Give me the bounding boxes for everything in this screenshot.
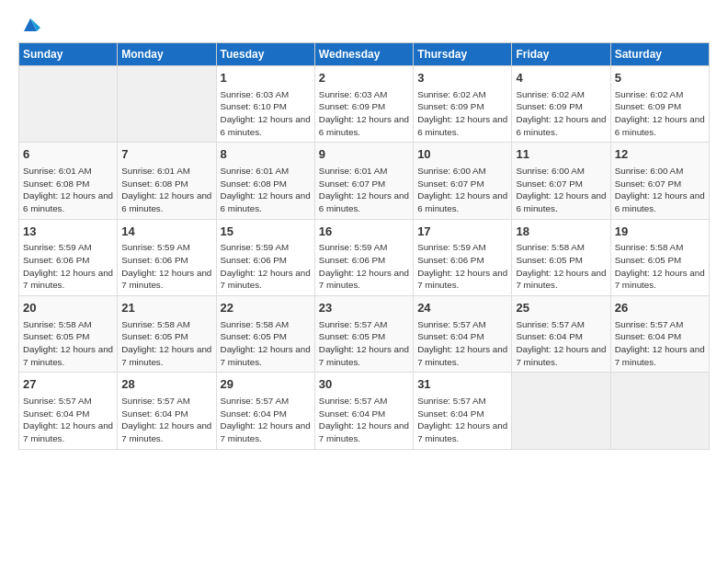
day-info: Sunrise: 5:57 AM Sunset: 6:05 PM Dayligh… [319, 318, 409, 369]
day-info: Sunrise: 5:57 AM Sunset: 6:04 PM Dayligh… [417, 318, 507, 369]
calendar-cell: 29Sunrise: 5:57 AM Sunset: 6:04 PM Dayli… [216, 373, 314, 449]
day-info: Sunrise: 5:58 AM Sunset: 6:05 PM Dayligh… [121, 318, 211, 369]
day-number: 10 [417, 146, 507, 163]
weekday-header-monday: Monday [118, 43, 216, 66]
day-number: 4 [516, 70, 606, 86]
weekday-header-friday: Friday [512, 43, 610, 66]
day-number: 22 [221, 300, 311, 316]
day-number: 3 [417, 70, 507, 86]
day-number: 16 [319, 224, 409, 240]
calendar-cell: 11Sunrise: 6:00 AM Sunset: 6:07 PM Dayli… [512, 143, 610, 219]
calendar-cell: 7Sunrise: 6:01 AM Sunset: 6:08 PM Daylig… [118, 143, 216, 219]
weekday-header-row: SundayMondayTuesdayWednesdayThursdayFrid… [19, 43, 710, 66]
calendar-cell: 17Sunrise: 5:59 AM Sunset: 6:06 PM Dayli… [414, 219, 512, 295]
day-info: Sunrise: 5:58 AM Sunset: 6:05 PM Dayligh… [221, 318, 311, 369]
day-number: 11 [516, 146, 606, 163]
calendar-cell: 20Sunrise: 5:58 AM Sunset: 6:05 PM Dayli… [19, 296, 118, 373]
day-info: Sunrise: 5:58 AM Sunset: 6:05 PM Dayligh… [516, 241, 606, 292]
calendar-cell: 8Sunrise: 6:01 AM Sunset: 6:08 PM Daylig… [216, 143, 314, 219]
weekday-header-saturday: Saturday [610, 43, 709, 66]
day-info: Sunrise: 6:03 AM Sunset: 6:10 PM Dayligh… [221, 88, 311, 139]
day-number: 19 [615, 224, 705, 240]
day-number: 20 [23, 300, 113, 316]
day-info: Sunrise: 5:57 AM Sunset: 6:04 PM Dayligh… [121, 395, 211, 445]
week-row-4: 20Sunrise: 5:58 AM Sunset: 6:05 PM Dayli… [19, 296, 710, 373]
calendar-cell: 21Sunrise: 5:58 AM Sunset: 6:05 PM Dayli… [118, 296, 216, 373]
day-number: 30 [319, 376, 409, 393]
day-number: 6 [23, 146, 113, 163]
day-number: 14 [121, 224, 211, 240]
day-info: Sunrise: 6:02 AM Sunset: 6:09 PM Dayligh… [417, 88, 507, 139]
calendar-cell: 4Sunrise: 6:02 AM Sunset: 6:09 PM Daylig… [512, 66, 610, 143]
calendar-cell: 18Sunrise: 5:58 AM Sunset: 6:05 PM Dayli… [512, 219, 610, 295]
day-info: Sunrise: 5:57 AM Sunset: 6:04 PM Dayligh… [319, 395, 409, 445]
calendar-cell: 6Sunrise: 6:01 AM Sunset: 6:08 PM Daylig… [19, 143, 118, 219]
calendar-cell: 15Sunrise: 5:59 AM Sunset: 6:06 PM Dayli… [216, 219, 314, 295]
day-info: Sunrise: 5:57 AM Sunset: 6:04 PM Dayligh… [516, 318, 606, 369]
day-number: 2 [319, 70, 409, 86]
day-info: Sunrise: 5:59 AM Sunset: 6:06 PM Dayligh… [221, 241, 311, 292]
calendar-cell: 10Sunrise: 6:00 AM Sunset: 6:07 PM Dayli… [414, 143, 512, 219]
day-number: 27 [23, 376, 113, 393]
day-number: 1 [221, 70, 311, 86]
calendar-cell: 26Sunrise: 5:57 AM Sunset: 6:04 PM Dayli… [610, 296, 709, 373]
calendar-cell: 24Sunrise: 5:57 AM Sunset: 6:04 PM Dayli… [414, 296, 512, 373]
calendar-cell: 3Sunrise: 6:02 AM Sunset: 6:09 PM Daylig… [414, 66, 512, 143]
day-info: Sunrise: 6:01 AM Sunset: 6:07 PM Dayligh… [319, 165, 409, 215]
calendar-cell [19, 66, 118, 143]
weekday-header-tuesday: Tuesday [216, 43, 314, 66]
day-number: 7 [121, 146, 211, 163]
day-info: Sunrise: 6:01 AM Sunset: 6:08 PM Dayligh… [23, 165, 113, 215]
day-info: Sunrise: 5:57 AM Sunset: 6:04 PM Dayligh… [615, 318, 705, 369]
day-number: 29 [221, 376, 311, 393]
day-info: Sunrise: 5:58 AM Sunset: 6:05 PM Dayligh… [615, 241, 705, 292]
calendar-cell: 14Sunrise: 5:59 AM Sunset: 6:06 PM Dayli… [118, 219, 216, 295]
calendar-cell: 22Sunrise: 5:58 AM Sunset: 6:05 PM Dayli… [216, 296, 314, 373]
weekday-header-wednesday: Wednesday [314, 43, 413, 66]
day-number: 8 [221, 146, 311, 163]
day-info: Sunrise: 6:01 AM Sunset: 6:08 PM Dayligh… [221, 165, 311, 215]
calendar-cell: 2Sunrise: 6:03 AM Sunset: 6:09 PM Daylig… [314, 66, 413, 143]
calendar-cell: 25Sunrise: 5:57 AM Sunset: 6:04 PM Dayli… [512, 296, 610, 373]
day-number: 21 [121, 300, 211, 316]
calendar-cell [118, 66, 216, 143]
calendar-cell: 12Sunrise: 6:00 AM Sunset: 6:07 PM Dayli… [610, 143, 709, 219]
day-info: Sunrise: 6:00 AM Sunset: 6:07 PM Dayligh… [615, 165, 705, 215]
calendar-cell: 28Sunrise: 5:57 AM Sunset: 6:04 PM Dayli… [118, 373, 216, 449]
day-info: Sunrise: 5:57 AM Sunset: 6:04 PM Dayligh… [23, 395, 113, 445]
week-row-3: 13Sunrise: 5:59 AM Sunset: 6:06 PM Dayli… [19, 219, 710, 295]
calendar-cell: 30Sunrise: 5:57 AM Sunset: 6:04 PM Dayli… [314, 373, 413, 449]
day-number: 23 [319, 300, 409, 316]
day-number: 9 [319, 146, 409, 163]
calendar-cell: 9Sunrise: 6:01 AM Sunset: 6:07 PM Daylig… [314, 143, 413, 219]
calendar-cell [610, 373, 709, 449]
day-number: 31 [417, 376, 507, 393]
week-row-1: 1Sunrise: 6:03 AM Sunset: 6:10 PM Daylig… [19, 66, 710, 143]
day-info: Sunrise: 6:03 AM Sunset: 6:09 PM Dayligh… [319, 88, 409, 139]
calendar-cell: 19Sunrise: 5:58 AM Sunset: 6:05 PM Dayli… [610, 219, 709, 295]
page: SundayMondayTuesdayWednesdayThursdayFrid… [0, 0, 728, 459]
day-info: Sunrise: 6:02 AM Sunset: 6:09 PM Dayligh… [516, 88, 606, 139]
day-number: 13 [23, 224, 113, 240]
day-info: Sunrise: 5:59 AM Sunset: 6:06 PM Dayligh… [319, 241, 409, 292]
day-number: 12 [615, 146, 705, 163]
day-info: Sunrise: 5:57 AM Sunset: 6:04 PM Dayligh… [417, 395, 507, 445]
calendar-cell [512, 373, 610, 449]
day-number: 24 [417, 300, 507, 316]
day-number: 15 [221, 224, 311, 240]
weekday-header-thursday: Thursday [414, 43, 512, 66]
day-number: 18 [516, 224, 606, 240]
day-info: Sunrise: 6:01 AM Sunset: 6:08 PM Dayligh… [121, 165, 211, 215]
day-info: Sunrise: 6:02 AM Sunset: 6:09 PM Dayligh… [615, 88, 705, 139]
week-row-5: 27Sunrise: 5:57 AM Sunset: 6:04 PM Dayli… [19, 373, 710, 449]
calendar-cell: 31Sunrise: 5:57 AM Sunset: 6:04 PM Dayli… [414, 373, 512, 449]
calendar: SundayMondayTuesdayWednesdayThursdayFrid… [18, 42, 710, 450]
calendar-cell: 23Sunrise: 5:57 AM Sunset: 6:05 PM Dayli… [314, 296, 413, 373]
day-number: 26 [615, 300, 705, 316]
day-info: Sunrise: 5:58 AM Sunset: 6:05 PM Dayligh… [23, 318, 113, 369]
calendar-cell: 5Sunrise: 6:02 AM Sunset: 6:09 PM Daylig… [610, 66, 709, 143]
day-number: 17 [417, 224, 507, 240]
day-info: Sunrise: 5:59 AM Sunset: 6:06 PM Dayligh… [121, 241, 211, 292]
day-info: Sunrise: 6:00 AM Sunset: 6:07 PM Dayligh… [516, 165, 606, 215]
calendar-cell: 13Sunrise: 5:59 AM Sunset: 6:06 PM Dayli… [19, 219, 118, 295]
